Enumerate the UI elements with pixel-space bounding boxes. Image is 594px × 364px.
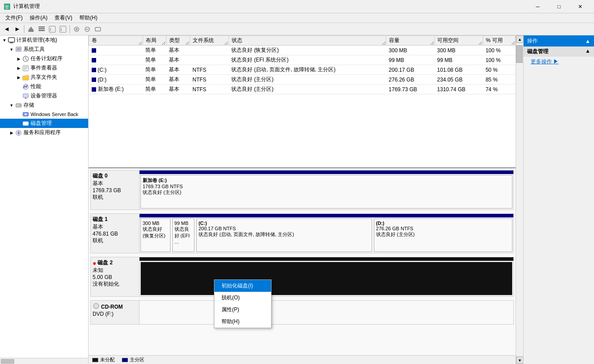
tree-scrollbar-h[interactable] — [0, 358, 88, 364]
scroll-track — [516, 43, 523, 356]
disk-table: 卷 布局 类型 文件系统 状态 容量 可用空间 % 可用 简单基本状态良好 (恢… — [89, 35, 516, 94]
col-layout[interactable]: 布局 — [143, 36, 166, 46]
tree-label-diskmgmt: 磁盘管理 — [31, 120, 52, 127]
tree-item-backup[interactable]: ▶ Windows Server Back — [0, 110, 88, 119]
toolbar-forward[interactable]: ▶ — [12, 24, 22, 34]
storage-icon — [15, 102, 22, 109]
tree-toggle-systemtools[interactable]: ▼ — [8, 46, 15, 53]
tree-item-device[interactable]: ▶ 设备管理器 — [0, 91, 88, 101]
table-row-4[interactable]: 新加卷 (E:)简单基本NTFS状态良好 (主分区)1769.73 GB1310… — [89, 85, 516, 94]
tree-container: ▼ 计算机管理(本地) ▼ 系统工具 ▶ 任务计划程序 — [0, 35, 88, 358]
toolbar-id1[interactable]: i — [47, 24, 57, 34]
maximize-button[interactable]: □ — [549, 0, 569, 13]
app-icon: 管 — [4, 3, 11, 10]
col-vol[interactable]: 卷 — [89, 36, 143, 46]
tree-item-root[interactable]: ▼ 计算机管理(本地) — [0, 35, 88, 45]
tree-toggle-root[interactable]: ▼ — [1, 37, 8, 44]
disk1-part2[interactable]: (C:) 200.17 GB NTFS 状态良好 (启动, 页面文件, 故障转储… — [196, 218, 372, 252]
ctx-menu-item-offline[interactable]: 脱机(O) — [214, 292, 271, 304]
legend-bar: 未分配 主分区 — [89, 355, 516, 364]
svg-rect-29 — [23, 76, 29, 80]
disk1-part3[interactable]: (D:) 276.26 GB NTFS 状态良好 (主分区) — [374, 218, 512, 252]
disk1-parts-row: 300 MB 状态良好 (恢复分区) 99 MB 状态良好 (EFI … (C:… — [140, 217, 513, 253]
menu-file[interactable]: 文件(F) — [2, 13, 26, 23]
disk1-part2-name: (C:) — [198, 221, 370, 226]
toolbar-up[interactable] — [26, 24, 36, 34]
tree-item-diskmgmt[interactable]: ▶ 磁盘管理 — [0, 119, 88, 128]
center-scrollbar: ▲ ▼ — [516, 35, 523, 364]
tree-toggle-storage[interactable]: ▼ — [8, 102, 15, 109]
actions-header: 操作 ▲ — [524, 35, 594, 46]
tree-item-task[interactable]: ▶ 任务计划程序 — [0, 54, 88, 63]
table-row-3[interactable]: (D:)简单基本NTFS状态良好 (主分区)276.26 GB234.05 GB… — [89, 75, 516, 85]
disk1-part0[interactable]: 300 MB 状态良好 (恢复分区) — [140, 218, 171, 252]
cell-type-3: 基本 — [166, 75, 190, 85]
disk0-part0[interactable]: 新加卷 (E:) 1769.73 GB NTFS 状态良好 (主分区) — [140, 175, 512, 209]
disk1-part1[interactable]: 99 MB 状态良好 (EFI … — [172, 218, 195, 252]
scroll-up-arrow[interactable]: ▲ — [516, 35, 524, 43]
col-capacity[interactable]: 容量 — [386, 36, 435, 46]
col-type[interactable]: 类型 — [166, 36, 190, 46]
tree-toggle-event[interactable]: ▶ — [15, 65, 22, 72]
scrollbar-h-thumb[interactable] — [1, 359, 14, 364]
table-row-0[interactable]: 简单基本状态良好 (恢复分区)300 MB300 MB100 % — [89, 46, 516, 55]
col-fs[interactable]: 文件系统 — [190, 36, 229, 46]
disk1-part0-status: 状态良好 (恢复分区) — [143, 226, 168, 239]
actions-more[interactable]: 更多操作 ▶ — [524, 57, 594, 67]
tree-toggle-services[interactable]: ▶ — [8, 129, 15, 136]
event-icon — [22, 65, 29, 72]
cell-layout-1: 简单 — [143, 55, 166, 65]
diskmgmt-icon — [22, 120, 29, 127]
cdrom-name: CD-ROM — [101, 304, 123, 310]
tree-item-shared[interactable]: ▶ 共享文件夹 — [0, 73, 88, 82]
svg-rect-32 — [25, 98, 27, 99]
menu-action[interactable]: 操作(A) — [26, 13, 51, 23]
actions-header-arrow: ▲ — [585, 38, 590, 44]
minimize-button[interactable]: ─ — [528, 0, 548, 13]
tree-item-services[interactable]: ▶ 服务和应用程序 — [0, 128, 88, 137]
disk1-size: 476.81 GB — [93, 231, 137, 237]
col-status[interactable]: 状态 — [229, 36, 386, 46]
right-panel: 操作 ▲ 磁盘管理 ▲ 更多操作 ▶ — [523, 35, 594, 364]
disk2-name-row: ● 磁盘 2 — [93, 259, 137, 267]
col-free[interactable]: 可用空间 — [435, 36, 483, 46]
menu-help[interactable]: 帮助(H) — [76, 13, 101, 23]
tree-label-device: 设备管理器 — [31, 92, 57, 100]
scroll-thumb[interactable] — [516, 45, 523, 63]
tree-item-systemtools[interactable]: ▼ 系统工具 — [0, 45, 88, 54]
left-panel: ▼ 计算机管理(本地) ▼ 系统工具 ▶ 任务计划程序 — [0, 35, 89, 364]
tree-item-storage[interactable]: ▼ 存储 — [0, 101, 88, 110]
cell-vol-0 — [89, 46, 143, 55]
col-pct[interactable]: % 可用 — [483, 36, 515, 46]
svg-rect-16 — [95, 27, 101, 31]
legend-label-unallocated: 未分配 — [100, 356, 115, 363]
tree-label-services: 服务和应用程序 — [23, 129, 61, 136]
disk1-type: 基本 — [93, 223, 137, 231]
disk2-unallocated[interactable] — [140, 262, 512, 295]
device-icon — [22, 93, 29, 100]
svg-point-34 — [19, 105, 21, 106]
toolbar-id2[interactable]: i — [58, 24, 68, 34]
close-button[interactable]: ✕ — [570, 0, 590, 13]
disk0-part0-name: 新加卷 (E:) — [143, 177, 510, 184]
menu-view[interactable]: 查看(V) — [51, 13, 76, 23]
svg-marker-3 — [28, 27, 34, 30]
toolbar-extra2[interactable] — [82, 24, 92, 34]
tree-toggle-task[interactable]: ▶ — [15, 55, 22, 62]
disk0-part0-status: 状态良好 (主分区) — [143, 189, 510, 196]
tree-item-perf[interactable]: ▶ 性能 — [0, 82, 88, 91]
toolbar-extra3[interactable] — [93, 24, 103, 34]
toolbar-show-hide[interactable] — [37, 24, 47, 34]
tree-toggle-shared[interactable]: ▶ — [15, 74, 22, 81]
ctx-menu-item-props[interactable]: 属性(P) — [214, 304, 271, 316]
toolbar-extra1[interactable] — [72, 24, 82, 34]
ctx-menu-item-init[interactable]: 初始化磁盘(I) — [214, 280, 271, 292]
table-row-2[interactable]: (C:)简单基本NTFS状态良好 (启动, 页面文件, 故障转储, 主分区)20… — [89, 65, 516, 75]
ctx-menu-item-help[interactable]: 帮助(H) — [214, 316, 271, 328]
cell-layout-2: 简单 — [143, 65, 166, 75]
toolbar-back[interactable]: ◀ — [2, 24, 12, 34]
scroll-down-arrow[interactable]: ▼ — [516, 356, 524, 364]
tree-item-event[interactable]: ▶ 事件查看器 — [0, 63, 88, 73]
table-row-1[interactable]: 简单基本状态良好 (EFI 系统分区)99 MB99 MB100 % — [89, 55, 516, 65]
cdrom-area — [140, 301, 513, 324]
